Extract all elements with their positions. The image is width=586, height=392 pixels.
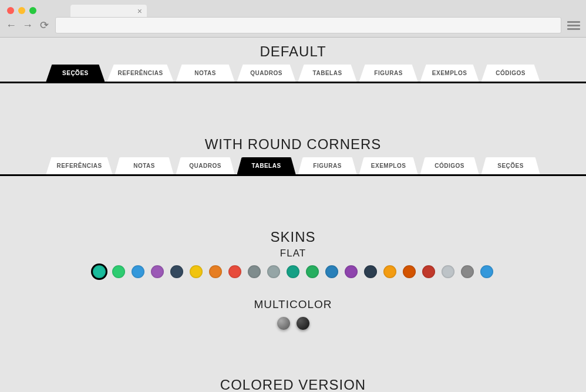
tab-default-1[interactable]: REFERÊNCIAS xyxy=(107,65,173,82)
swatch-flat-15[interactable] xyxy=(383,265,396,278)
swatch-flat-10[interactable] xyxy=(287,265,299,278)
close-window-button[interactable] xyxy=(7,7,14,14)
maximize-window-button[interactable] xyxy=(29,7,36,14)
section-title-colored: COLORED VERSION xyxy=(0,377,586,392)
swatch-flat-1[interactable] xyxy=(112,265,125,278)
swatch-flat-5[interactable] xyxy=(190,265,203,278)
page-content: DEFAULT SEÇÕESREFERÊNCIASNOTASQUADROSTAB… xyxy=(0,38,586,392)
tab-round-7[interactable]: SEÇÕES xyxy=(481,157,540,174)
tab-default-7[interactable]: CÓDIGOS xyxy=(481,65,540,82)
section-subtitle-flat: FLAT xyxy=(0,248,586,259)
tab-default-4[interactable]: TABELAS xyxy=(298,65,357,82)
tab-default-0[interactable]: SEÇÕES xyxy=(46,65,105,82)
browser-chrome: × ← → ⟳ xyxy=(0,0,586,38)
swatch-row-flat xyxy=(0,265,586,278)
swatch-row-multicolor xyxy=(0,317,586,330)
tab-round-2[interactable]: QUADROS xyxy=(176,157,235,174)
tab-row-round: REFERÊNCIASNOTASQUADROSTABELASFIGURASEXE… xyxy=(0,157,586,176)
swatch-flat-20[interactable] xyxy=(480,265,493,278)
tab-round-5[interactable]: EXEMPLOS xyxy=(359,157,418,174)
swatch-multicolor-light[interactable] xyxy=(277,317,290,330)
swatch-flat-13[interactable] xyxy=(345,265,358,278)
window-controls xyxy=(7,7,36,14)
swatch-flat-4[interactable] xyxy=(170,265,183,278)
back-button[interactable]: ← xyxy=(6,19,16,32)
browser-tab[interactable]: × xyxy=(70,5,147,18)
tab-default-2[interactable]: NOTAS xyxy=(176,65,235,82)
close-tab-icon[interactable]: × xyxy=(137,6,142,16)
section-subtitle-multicolor: MULTICOLOR xyxy=(0,298,586,311)
tab-round-0[interactable]: REFERÊNCIAS xyxy=(46,157,112,174)
swatch-flat-14[interactable] xyxy=(364,265,377,278)
tab-row-default: SEÇÕESREFERÊNCIASNOTASQUADROSTABELASFIGU… xyxy=(0,65,586,83)
swatch-flat-19[interactable] xyxy=(461,265,474,278)
swatch-flat-17[interactable] xyxy=(422,265,435,278)
section-title-skins: SKINS xyxy=(0,229,586,245)
tab-round-6[interactable]: CÓDIGOS xyxy=(420,157,479,174)
minimize-window-button[interactable] xyxy=(18,7,25,14)
browser-toolbar: ← → ⟳ xyxy=(6,17,580,33)
swatch-multicolor-dark[interactable] xyxy=(297,317,309,330)
tab-default-5[interactable]: FIGURAS xyxy=(359,65,418,82)
tab-round-3[interactable]: TABELAS xyxy=(237,157,296,174)
swatch-flat-11[interactable] xyxy=(306,265,319,278)
forward-button[interactable]: → xyxy=(22,19,33,32)
tab-round-4[interactable]: FIGURAS xyxy=(298,157,357,174)
swatch-flat-6[interactable] xyxy=(209,265,222,278)
swatch-flat-12[interactable] xyxy=(325,265,338,278)
address-bar[interactable] xyxy=(55,17,561,33)
swatch-flat-7[interactable] xyxy=(228,265,241,278)
swatch-flat-9[interactable] xyxy=(267,265,280,278)
section-title-round: WITH ROUND CORNERS xyxy=(0,136,586,153)
hamburger-menu-icon[interactable] xyxy=(567,19,580,32)
tab-default-6[interactable]: EXEMPLOS xyxy=(420,65,479,82)
section-title-default: DEFAULT xyxy=(0,43,586,60)
swatch-flat-3[interactable] xyxy=(151,265,164,278)
tab-default-3[interactable]: QUADROS xyxy=(237,65,296,82)
swatch-flat-2[interactable] xyxy=(132,265,144,278)
swatch-flat-16[interactable] xyxy=(403,265,416,278)
swatch-flat-0[interactable] xyxy=(91,263,107,280)
tab-round-1[interactable]: NOTAS xyxy=(115,157,174,174)
swatch-flat-8[interactable] xyxy=(248,265,261,278)
swatch-flat-18[interactable] xyxy=(442,265,454,278)
reload-button[interactable]: ⟳ xyxy=(39,19,49,32)
